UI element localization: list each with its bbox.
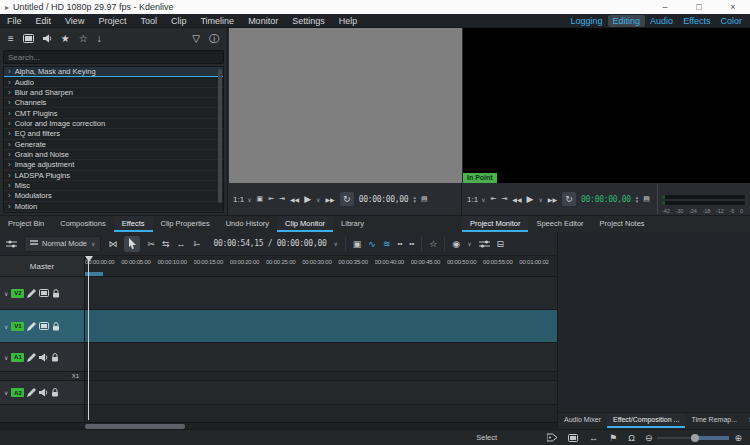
loop-zone-button[interactable]: ↻	[562, 192, 576, 206]
effect-category[interactable]: ›LADSPA Plugins	[4, 171, 223, 181]
track-lane-a1[interactable]	[85, 343, 557, 371]
menu-clip[interactable]: Clip	[164, 14, 194, 28]
effect-category[interactable]: ›EQ and filters	[4, 129, 223, 139]
track-target-badge[interactable]: V1	[11, 322, 24, 331]
track-target-badge[interactable]: A1	[11, 353, 24, 362]
workspace-color[interactable]: Color	[715, 15, 747, 27]
workspace-audio[interactable]: Audio	[645, 15, 678, 27]
track-header-a1[interactable]: ∨ A1	[0, 343, 85, 371]
playhead-marker[interactable]	[85, 256, 93, 262]
tab-effects[interactable]: Effects	[114, 216, 153, 232]
tab-audio-mixer[interactable]: Audio Mixer	[558, 413, 607, 428]
set-out-point-icon[interactable]: ⇥	[501, 195, 507, 203]
clip-monitor-zoom-dropdown[interactable]: 1:1 ∨	[233, 195, 252, 204]
lock-track-icon[interactable]	[51, 353, 59, 362]
playhead-line[interactable]	[88, 256, 89, 420]
video-thumbnails-icon[interactable]: ▣	[353, 239, 362, 249]
edit-track-icon[interactable]	[27, 322, 36, 331]
chevron-down-icon[interactable]: ∨	[333, 240, 337, 247]
video-track-icon[interactable]	[39, 322, 49, 330]
set-out-point-icon[interactable]: ⇥	[279, 195, 285, 203]
menu-settings[interactable]: Settings	[285, 14, 332, 28]
workspace-logging[interactable]: Logging	[566, 15, 608, 27]
monitor-menu-icon[interactable]: ▤	[421, 195, 428, 203]
video-preview-icon[interactable]	[568, 434, 578, 442]
effect-category[interactable]: ›Alpha, Mask and Keying	[4, 67, 223, 77]
tab-clip-monitor[interactable]: Clip Monitor	[277, 216, 333, 232]
effects-list-scrollbar[interactable]	[218, 69, 222, 203]
audio-track-icon[interactable]	[39, 388, 48, 397]
effect-category[interactable]: ›Blur and Sharpen	[4, 88, 223, 98]
track-lane-v1[interactable]	[85, 310, 557, 342]
tab-compositions[interactable]: Compositions	[52, 216, 113, 232]
tab-project-notes[interactable]: Project Notes	[592, 216, 653, 232]
subtitles-icon[interactable]: ⊟	[497, 239, 505, 249]
effect-category[interactable]: ›Image adjustment	[4, 160, 223, 170]
collapse-track-icon[interactable]: ∨	[4, 354, 8, 361]
track-lane-a2[interactable]	[85, 381, 557, 404]
menu-project[interactable]: Project	[91, 14, 133, 28]
audio-track-icon[interactable]	[39, 353, 48, 362]
lock-track-icon[interactable]	[52, 289, 60, 298]
expand-icon[interactable]: ›	[8, 119, 11, 128]
edit-guides-icon[interactable]	[547, 433, 557, 442]
edit-track-icon[interactable]	[27, 388, 36, 397]
timecode-spinner[interactable]: ▴▾	[636, 195, 639, 203]
zoom-slider-knob[interactable]	[691, 434, 699, 442]
timeline-ruler[interactable]: 00:00:00:00 00:00:05:00 00:00:10:00 00:0…	[85, 256, 557, 276]
tab-undo-history[interactable]: Undo History	[218, 216, 277, 232]
audio-thumbnails-icon[interactable]: ∿	[368, 239, 376, 249]
chevron-down-icon[interactable]: ∨	[467, 240, 471, 247]
track-target-badge[interactable]: V2	[11, 289, 24, 298]
tab-speech-editor[interactable]: Speech Editor	[528, 216, 591, 232]
expand-icon[interactable]: ›	[8, 202, 11, 211]
expand-icon[interactable]: ›	[8, 171, 11, 180]
expand-icon[interactable]: ›	[8, 98, 11, 107]
menu-timeline[interactable]: Timeline	[193, 14, 241, 28]
workspace-effects[interactable]: Effects	[678, 15, 715, 27]
mixer-icon[interactable]	[479, 239, 490, 249]
expand-icon[interactable]: ›	[8, 181, 11, 190]
lock-track-icon[interactable]	[51, 388, 59, 397]
menu-help[interactable]: Help	[332, 14, 365, 28]
razor-tool-icon[interactable]: ✂	[147, 239, 155, 249]
play-icon[interactable]: ▶	[527, 194, 534, 204]
spin-down-icon[interactable]: ▾	[636, 199, 639, 203]
edit-track-icon[interactable]	[27, 289, 36, 298]
expand-icon[interactable]: ›	[8, 78, 11, 87]
effect-category[interactable]: ›Color and Image correction	[4, 119, 223, 129]
expand-icon[interactable]: ›	[8, 150, 11, 159]
audio-effects-icon[interactable]	[43, 34, 52, 43]
project-monitor-zoom-dropdown[interactable]: 1:1 ∨	[467, 195, 486, 204]
expand-icon[interactable]: ›	[8, 88, 11, 97]
download-effects-icon[interactable]: ↓	[97, 33, 102, 44]
favorite-effects-icon[interactable]: ☆	[79, 33, 88, 44]
track-target-badge[interactable]: A2	[11, 388, 24, 397]
menu-tool[interactable]: Tool	[133, 14, 164, 28]
menu-view[interactable]: View	[58, 14, 91, 28]
tab-library[interactable]: Library	[333, 216, 372, 232]
playback-speed-chevron-icon[interactable]: ∨	[316, 196, 320, 203]
forward-icon[interactable]: ▶▶	[548, 196, 557, 203]
zoom-out-icon[interactable]: ⊖	[645, 433, 653, 443]
mix-clips-icon[interactable]: ⋈	[108, 239, 117, 249]
filter-icon[interactable]: ▽	[192, 33, 200, 44]
show-markers-icon[interactable]: ⚑	[609, 433, 617, 443]
collapse-track-icon[interactable]: ∨	[4, 290, 8, 297]
custom-effects-icon[interactable]: ★	[61, 33, 70, 44]
timecode-spinner[interactable]: ▴▾	[413, 195, 416, 203]
effect-category[interactable]: ›Channels	[4, 98, 223, 108]
play-icon[interactable]: ▶	[304, 194, 311, 204]
effect-category[interactable]: ›Audio	[4, 77, 223, 87]
timeline-horizontal-scrollbar[interactable]	[0, 422, 557, 429]
lock-track-icon[interactable]	[52, 322, 60, 331]
expand-icon[interactable]: ›	[8, 129, 11, 138]
expand-icon[interactable]: ›	[8, 140, 11, 149]
rewind-icon[interactable]: ◀◀	[512, 196, 521, 203]
effect-category[interactable]: ›Grain and Noise	[4, 150, 223, 160]
zoom-slider[interactable]	[657, 434, 729, 442]
tab-clip-properties[interactable]: Clip Properties	[153, 216, 218, 232]
insert-zone-icon[interactable]: ▣	[257, 195, 264, 203]
clip-monitor-timecode[interactable]: 00:00:00,00	[359, 195, 409, 204]
multicam-tool-icon[interactable]: ↔ ↕	[193, 239, 203, 249]
